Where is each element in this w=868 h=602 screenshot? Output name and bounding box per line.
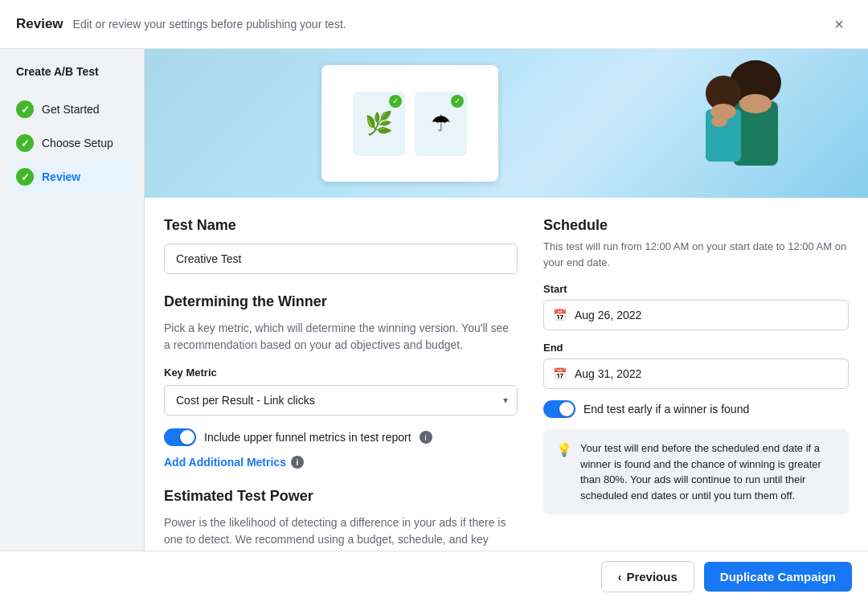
check-icon-get-started <box>16 100 34 118</box>
check-icon-review <box>16 168 34 186</box>
duplicate-campaign-button[interactable]: Duplicate Campaign <box>704 562 852 592</box>
check-icon-choose-setup <box>16 134 34 152</box>
content-area: ✓ 🌿 ✓ ☂ <box>145 49 868 551</box>
board-items: ✓ 🌿 ✓ ☂ <box>340 79 480 169</box>
sidebar-title: Create A/B Test <box>10 62 134 81</box>
start-date-input[interactable] <box>543 300 849 330</box>
chevron-left-icon: ‹ <box>618 571 622 584</box>
previous-button[interactable]: ‹ Previous <box>601 561 694 592</box>
end-date-label: End <box>543 342 849 354</box>
board-item-1: ✓ 🌿 <box>353 92 405 156</box>
key-metric-label: Key Metric <box>164 367 518 379</box>
sidebar: Create A/B Test Get Started Choose Setup… <box>0 49 145 551</box>
start-date-wrapper: 📅 <box>543 300 849 330</box>
add-metrics-label: Add Additional Metrics <box>164 456 286 469</box>
toggle-knob <box>180 430 194 444</box>
board-check-2: ✓ <box>451 95 464 108</box>
power-section: Estimated Test Power Power is the likeli… <box>164 488 518 551</box>
key-metric-select[interactable]: Cost per Result - Link clicks Cost per R… <box>164 385 518 416</box>
hero-illustration: ✓ 🌿 ✓ ☂ <box>145 49 868 198</box>
right-column: Schedule This test will run from 12:00 A… <box>543 217 849 551</box>
plant-icon-1: 🌿 <box>365 110 393 137</box>
modal-header: Review Edit or review your settings befo… <box>0 0 868 49</box>
sidebar-item-get-started[interactable]: Get Started <box>10 94 134 125</box>
modal-title: Review <box>16 16 63 32</box>
winner-title: Determining the Winner <box>164 293 518 310</box>
test-name-title: Test Name <box>164 217 518 234</box>
modal: Review Edit or review your settings befo… <box>0 0 868 602</box>
hero-banner: ✓ 🌿 ✓ ☂ <box>145 49 868 198</box>
svg-point-8 <box>711 116 727 127</box>
toggle-label: Include upper funnel metrics in test rep… <box>204 431 411 444</box>
end-date-wrapper: 📅 <box>543 358 849 389</box>
sidebar-label-get-started: Get Started <box>42 103 100 116</box>
early-end-toggle-label: End test early if a winner is found <box>583 403 749 416</box>
presentation-board: ✓ 🌿 ✓ ☂ <box>321 65 498 182</box>
test-name-input[interactable] <box>164 244 518 274</box>
toggle-row: Include upper funnel metrics in test rep… <box>164 428 518 446</box>
add-metrics-link[interactable]: Add Additional Metrics i <box>164 456 518 469</box>
winner-toggle-row: End test early if a winner is found <box>543 400 849 418</box>
board-check-1: ✓ <box>389 95 402 108</box>
power-description: Power is the likelihood of detecting a d… <box>164 514 518 551</box>
sidebar-label-review: Review <box>42 170 80 183</box>
sidebar-item-review[interactable]: Review <box>10 162 134 192</box>
schedule-description: This test will run from 12:00 AM on your… <box>543 239 849 270</box>
end-date-input[interactable] <box>543 358 849 389</box>
board-item-2: ✓ ☂ <box>415 92 467 156</box>
svg-point-3 <box>739 94 772 113</box>
add-metrics-info-icon[interactable]: i <box>291 456 304 469</box>
umbrella-icon: ☂ <box>431 110 451 137</box>
winner-description: Pick a key metric, which will determine … <box>164 320 518 354</box>
modal-subtitle: Edit or review your settings before publ… <box>73 18 346 31</box>
schedule-title: Schedule <box>543 217 849 234</box>
start-date-label: Start <box>543 283 849 295</box>
left-column: Test Name Determining the Winner Pick a … <box>164 217 518 551</box>
info-box-text: Your test will end before the scheduled … <box>580 440 836 503</box>
bulb-icon: 💡 <box>556 442 572 503</box>
sidebar-label-choose-setup: Choose Setup <box>42 137 113 149</box>
key-metric-select-wrapper: Cost per Result - Link clicks Cost per R… <box>164 385 518 416</box>
close-button[interactable]: × <box>826 11 852 37</box>
toggle-info-icon[interactable]: i <box>420 431 432 444</box>
modal-footer: ‹ Previous Duplicate Campaign <box>0 551 868 602</box>
modal-body: Create A/B Test Get Started Choose Setup… <box>0 49 868 551</box>
early-end-toggle-knob <box>559 402 574 416</box>
upper-funnel-toggle[interactable] <box>164 428 196 446</box>
power-title: Estimated Test Power <box>164 488 518 505</box>
sidebar-item-choose-setup[interactable]: Choose Setup <box>10 128 134 158</box>
person-figure-svg <box>643 49 804 198</box>
previous-label: Previous <box>626 570 677 584</box>
info-box: 💡 Your test will end before the schedule… <box>543 429 849 514</box>
content-columns: Test Name Determining the Winner Pick a … <box>145 198 868 551</box>
early-end-toggle[interactable] <box>543 400 575 418</box>
